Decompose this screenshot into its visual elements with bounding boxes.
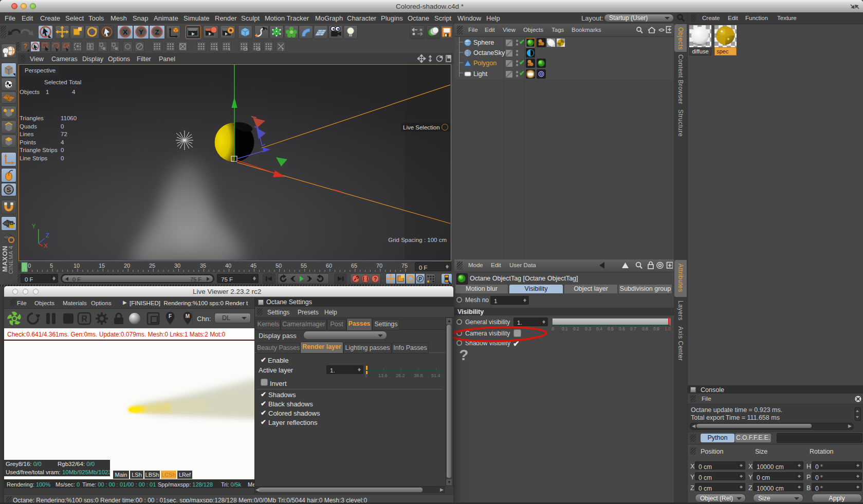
svg-text:T: T: [281, 47, 284, 51]
svg-text:Z: Z: [155, 28, 159, 36]
svg-text:T: T: [269, 47, 271, 51]
svg-text:1: 1: [228, 47, 231, 51]
svg-text:S: S: [7, 186, 11, 194]
svg-text:X: X: [44, 242, 48, 249]
svg-text:M: M: [186, 313, 190, 319]
svg-text:F: F: [169, 313, 172, 319]
svg-text:1: 1: [216, 47, 218, 51]
svg-text:Y: Y: [32, 223, 36, 229]
svg-text:Z: Z: [46, 232, 49, 238]
svg-text:R: R: [81, 314, 87, 323]
svg-text:X: X: [123, 28, 127, 36]
svg-text:P: P: [418, 276, 422, 282]
svg-text:Y: Y: [139, 28, 143, 36]
svg-text:?: ?: [374, 276, 377, 282]
